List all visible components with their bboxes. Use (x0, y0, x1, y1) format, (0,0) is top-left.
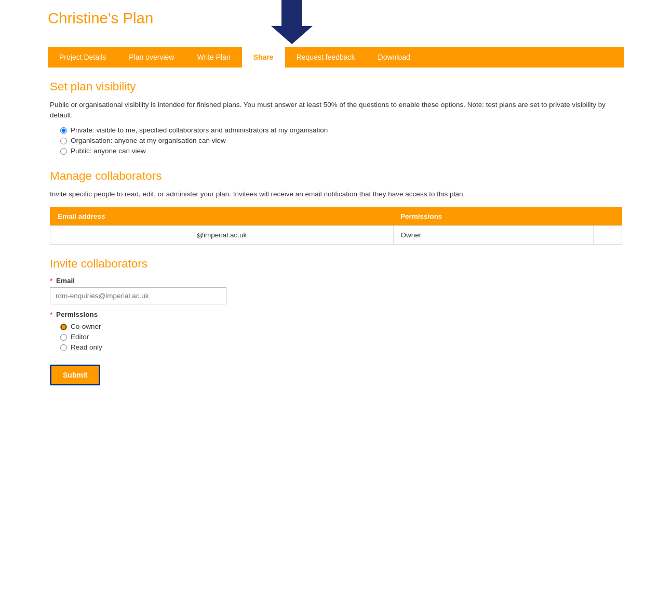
visibility-options: Private: visible to me, specified collab… (60, 126, 622, 155)
radio-perm-editor[interactable] (60, 334, 67, 341)
table-header-email: Email address (50, 207, 394, 225)
radio-perm-co-owner[interactable] (60, 324, 67, 330)
radio-perm-label-editor: Editor (71, 333, 89, 341)
collaborators-description: Invite specific people to read, edit, or… (50, 189, 622, 199)
visibility-option-private: Private: visible to me, specified collab… (60, 126, 622, 134)
nav-item-download[interactable]: Download (367, 47, 422, 68)
radio-organisation[interactable] (60, 138, 67, 144)
email-label-text: Email (56, 277, 75, 285)
cell-permission: Owner (393, 225, 593, 244)
permissions-required-star: * (50, 311, 52, 318)
page-title: Christine's Plan (48, 9, 624, 27)
permissions-field-label: * Permissions (50, 311, 622, 318)
visibility-description: Public or organisational visibility is i… (50, 100, 622, 121)
invite-title: Invite collaborators (50, 257, 622, 271)
cell-email: @imperial.ac.uk (50, 225, 394, 244)
nav-item-request-feedback[interactable]: Request feedback (285, 47, 367, 68)
permission-option-co-owner: Co-owner (60, 323, 622, 330)
radio-perm-label-read-only: Read only (71, 343, 102, 351)
radio-label-organisation: Organisation: anyone at my organisation … (71, 137, 226, 144)
visibility-option-organisation: Organisation: anyone at my organisation … (60, 137, 622, 144)
radio-label-public: Public: anyone can view (71, 147, 146, 155)
submit-button[interactable]: Submit (50, 365, 100, 385)
permission-option-editor: Editor (60, 333, 622, 341)
permission-options: Co-ownerEditorRead only (60, 323, 622, 351)
radio-private[interactable] (60, 127, 67, 134)
table-header-permissions: Permissions (393, 207, 593, 225)
radio-public[interactable] (60, 148, 67, 155)
nav-item-share[interactable]: Share (242, 47, 285, 68)
collaborators-title: Manage collaborators (50, 169, 622, 183)
cell-action (593, 225, 622, 244)
nav-item-project-details[interactable]: Project Details (48, 47, 117, 68)
table-header-action (593, 207, 622, 225)
collaborators-section: Manage collaborators Invite specific peo… (50, 169, 622, 245)
radio-perm-read-only[interactable] (60, 344, 67, 351)
svg-marker-0 (271, 0, 313, 44)
visibility-title: Set plan visibility (50, 80, 622, 93)
nav-item-plan-overview[interactable]: Plan overview (117, 47, 185, 68)
nav-item-write-plan[interactable]: Write Plan (185, 47, 241, 68)
permissions-label-text: Permissions (56, 311, 98, 318)
radio-perm-label-co-owner: Co-owner (71, 323, 101, 330)
email-required-star: * (50, 277, 52, 285)
table-row: @imperial.ac.ukOwner (50, 225, 622, 244)
permission-option-read-only: Read only (60, 343, 622, 351)
invite-section: Invite collaborators * Email * Permissio… (50, 257, 622, 385)
radio-label-private: Private: visible to me, specified collab… (71, 126, 328, 134)
navigation-bar: Project DetailsPlan overviewWrite PlanSh… (48, 47, 624, 68)
main-content: Set plan visibility Public or organisati… (48, 68, 624, 401)
collaborators-table: Email address Permissions @imperial.ac.u… (50, 207, 622, 245)
page-header: Christine's Plan (48, 0, 624, 47)
visibility-option-public: Public: anyone can view (60, 147, 622, 155)
email-field-label: * Email (50, 277, 622, 285)
invite-email-input[interactable] (50, 287, 226, 304)
visibility-section: Set plan visibility Public or organisati… (50, 80, 622, 155)
